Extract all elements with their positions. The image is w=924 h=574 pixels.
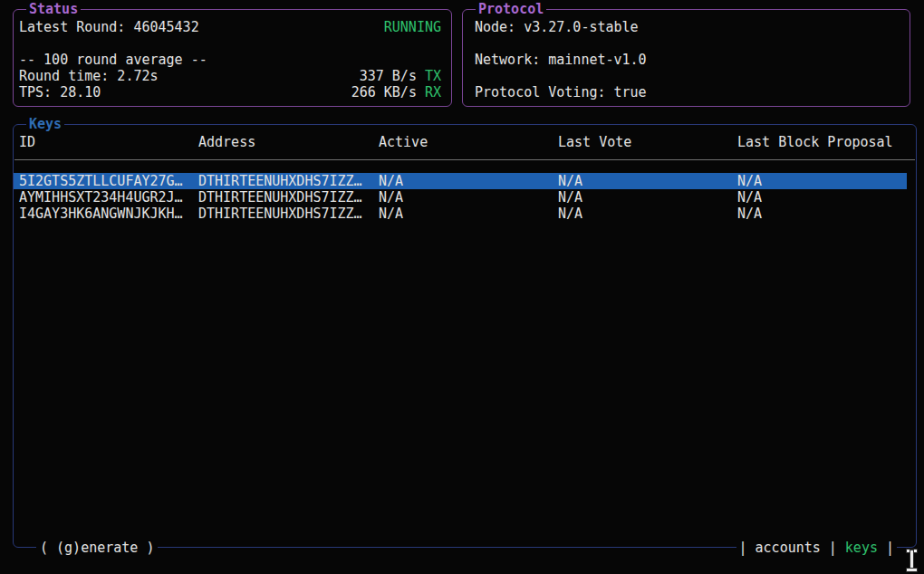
cell-last-vote: N/A <box>558 206 737 222</box>
tab-separator: | <box>829 540 837 556</box>
tab-accounts[interactable]: accounts <box>756 540 821 556</box>
status-row-average-header: -- 100 round average -- <box>19 52 441 68</box>
status-panel: Status Latest Round: 46045432 RUNNING --… <box>13 9 452 107</box>
cell-id: AYMIHHSXT234H4UGR2J… <box>19 189 198 206</box>
tx-rate-unit: TX <box>425 68 441 84</box>
average-header-text: -- 100 round average -- <box>19 52 207 68</box>
table-row[interactable]: 5I2GTS5ZTLLCUFAY27G… DTHIRTEENUHXDHS7IZZ… <box>14 173 907 189</box>
tab-separator: | <box>886 540 894 556</box>
cell-address: DTHIRTEENUHXDHS7IZZ… <box>198 173 379 189</box>
network-text: Network: mainnet-v1.0 <box>475 52 647 68</box>
column-header-last-block-proposal: Last Block Proposal <box>737 134 916 150</box>
keys-panel: Keys ID Address Active Last Vote Last Bl… <box>13 124 917 548</box>
table-row[interactable]: I4GAY3HK6ANGWNJKJKH… DTHIRTEENUHXDHS7IZZ… <box>14 206 916 222</box>
tab-keys[interactable]: keys <box>845 540 878 556</box>
cell-active: N/A <box>379 206 558 222</box>
status-rows: Latest Round: 46045432 RUNNING -- 100 ro… <box>14 10 451 100</box>
protocol-row-network: Network: mainnet-v1.0 <box>475 52 899 68</box>
rx-rate-unit: RX <box>425 84 441 100</box>
cell-address: DTHIRTEENUHXDHS7IZZ… <box>198 189 379 206</box>
cell-id: I4GAY3HK6ANGWNJKJKH… <box>19 206 198 222</box>
protocol-panel: Protocol Node: v3.27.0-stable Network: m… <box>462 9 910 107</box>
column-header-last-vote: Last Vote <box>558 134 737 150</box>
status-row-blank <box>19 35 441 52</box>
status-row-latest-round: Latest Round: 46045432 RUNNING <box>19 19 441 35</box>
column-header-address: Address <box>198 134 379 150</box>
rx-rate-value: 266 KB/s <box>351 84 417 100</box>
protocol-rows: Node: v3.27.0-stable Network: mainnet-v1… <box>463 10 910 100</box>
round-time-text: Round time: 2.72s <box>19 68 159 84</box>
latest-round-text: Latest Round: 46045432 <box>19 19 199 35</box>
terminal-screen: Status Latest Round: 46045432 RUNNING --… <box>0 0 924 574</box>
cell-last-vote: N/A <box>558 173 737 189</box>
keys-table-header: ID Address Active Last Vote Last Block P… <box>14 134 916 150</box>
cell-address: DTHIRTEENUHXDHS7IZZ… <box>198 206 379 222</box>
cell-last-vote: N/A <box>558 189 737 206</box>
keys-table-body: 5I2GTS5ZTLLCUFAY27G… DTHIRTEENUHXDHS7IZZ… <box>14 173 916 222</box>
protocol-panel-title: Protocol <box>476 1 546 17</box>
generate-button[interactable]: ( (g)enerate ) <box>36 540 158 556</box>
cell-active: N/A <box>379 189 558 206</box>
cell-last-block-proposal: N/A <box>737 173 907 189</box>
status-row-tps: TPS: 28.10 266 KB/s RX <box>19 84 441 100</box>
keys-panel-title: Keys <box>26 116 64 132</box>
node-version-text: Node: v3.27.0-stable <box>475 19 639 35</box>
status-row-round-time: Round time: 2.72s 337 B/s TX <box>19 68 441 84</box>
rx-rate: 266 KB/s RX <box>351 84 441 100</box>
node-state-badge: RUNNING <box>384 19 441 35</box>
protocol-row-node: Node: v3.27.0-stable <box>475 19 899 35</box>
protocol-voting-text: Protocol Voting: true <box>475 84 647 100</box>
view-tabs: | accounts | keys | <box>736 540 897 556</box>
tps-text: TPS: 28.10 <box>19 84 101 100</box>
tx-rate: 337 B/s TX <box>360 68 441 84</box>
protocol-row-blank-1 <box>475 35 899 52</box>
ibeam-mouse-cursor <box>906 550 918 571</box>
status-panel-title: Status <box>26 1 81 17</box>
table-row[interactable]: AYMIHHSXT234H4UGR2J… DTHIRTEENUHXDHS7IZZ… <box>14 189 916 206</box>
tab-separator: | <box>739 540 747 556</box>
cell-active: N/A <box>379 173 558 189</box>
protocol-row-voting: Protocol Voting: true <box>475 84 899 100</box>
column-header-id: ID <box>19 134 198 150</box>
cell-id: 5I2GTS5ZTLLCUFAY27G… <box>19 173 198 189</box>
protocol-row-blank-2 <box>475 68 899 84</box>
tx-rate-value: 337 B/s <box>360 68 417 84</box>
header-separator-line <box>14 159 915 160</box>
cell-last-block-proposal: N/A <box>737 189 916 206</box>
column-header-active: Active <box>379 134 558 150</box>
cell-last-block-proposal: N/A <box>737 206 916 222</box>
